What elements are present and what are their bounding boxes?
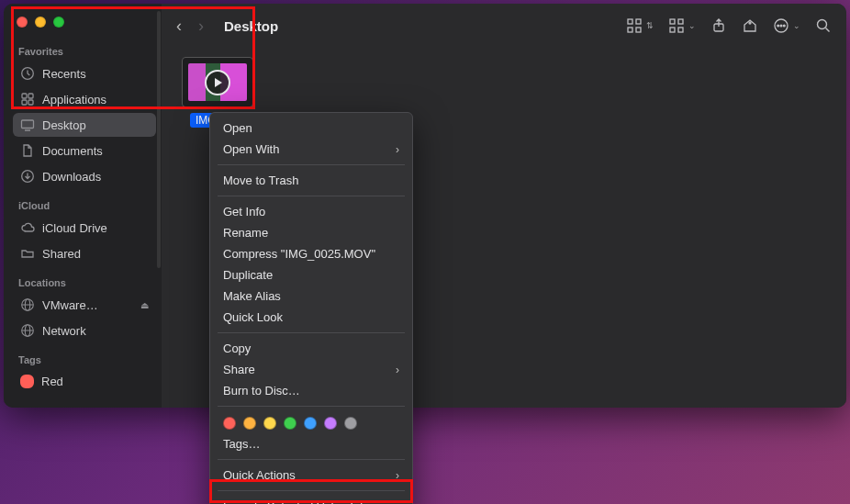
svg-rect-12	[636, 19, 641, 24]
sidebar-item-label: Downloads	[42, 170, 101, 184]
menu-get-info[interactable]: Get Info	[210, 201, 412, 222]
menu-make-alias[interactable]: Make Alias	[210, 286, 412, 307]
forward-button[interactable]: ›	[198, 17, 204, 34]
play-overlay-icon	[205, 70, 230, 95]
sidebar-item-recents[interactable]: Recents	[13, 62, 156, 85]
chevron-right-icon: ›	[396, 469, 399, 482]
menu-separator	[218, 406, 405, 407]
svg-rect-3	[22, 100, 27, 105]
group-by-button[interactable]: ⌄	[668, 17, 696, 34]
sidebar-item-icloud-drive[interactable]: iCloud Drive	[13, 216, 156, 240]
sidebar-scrollbar[interactable]	[157, 11, 161, 268]
svg-point-24	[783, 25, 785, 27]
menu-label: Tags…	[223, 437, 260, 451]
menu-copy[interactable]: Copy	[210, 338, 412, 359]
sidebar-item-vmware[interactable]: VMware… ⏏	[13, 293, 156, 317]
apps-icon	[20, 92, 35, 106]
sidebar-item-desktop[interactable]: Desktop	[13, 113, 156, 137]
tag-color-yellow[interactable]	[263, 417, 276, 430]
context-menu: Open Open With› Move to Trash Get Info R…	[209, 112, 413, 504]
tag-color-blue[interactable]	[304, 417, 317, 430]
menu-label: Copy	[223, 342, 251, 355]
chevron-down-icon: ⌄	[688, 21, 696, 30]
menu-quick-actions[interactable]: Quick Actions›	[210, 465, 412, 486]
menu-compress[interactable]: Compress "IMG_0025.MOV"	[210, 243, 412, 264]
sidebar: Favorites Recents Applications Desktop D…	[4, 4, 162, 408]
chevron-down-icon: ⌄	[793, 21, 800, 30]
menu-label: Make Alias	[223, 289, 281, 303]
finder-window: Favorites Recents Applications Desktop D…	[4, 4, 846, 408]
sidebar-item-label: VMware…	[42, 298, 98, 312]
sidebar-item-label: iCloud Drive	[42, 221, 107, 235]
svg-rect-14	[636, 28, 641, 32]
view-mode-icon-grid[interactable]: ⇅	[626, 17, 654, 34]
menu-label: Rename	[223, 226, 268, 240]
tag-color-purple[interactable]	[324, 417, 337, 430]
sidebar-item-label: Applications	[42, 93, 106, 106]
menu-label: Move to Trash	[223, 174, 298, 187]
menu-label: Compress "IMG_0025.MOV"	[223, 247, 375, 261]
tag-color-gray[interactable]	[344, 417, 357, 430]
menu-share[interactable]: Share›	[210, 359, 412, 380]
sidebar-item-shared[interactable]: Shared	[13, 241, 156, 265]
window-controls	[13, 13, 162, 42]
minimize-window-button[interactable]	[35, 17, 46, 28]
menu-open-with[interactable]: Open With›	[210, 139, 412, 160]
updown-caret-icon: ⇅	[646, 21, 654, 30]
shared-folder-icon	[20, 246, 35, 261]
svg-rect-4	[28, 100, 33, 105]
search-button[interactable]	[815, 17, 832, 34]
menu-label: Duplicate	[223, 268, 273, 282]
svg-rect-1	[22, 94, 27, 98]
menu-tags[interactable]: Tags…	[210, 433, 412, 454]
svg-rect-11	[628, 19, 632, 24]
sidebar-section-favorites: Favorites	[18, 46, 162, 57]
menu-label: Open	[223, 121, 252, 135]
sidebar-item-documents[interactable]: Documents	[13, 139, 156, 162]
tags-button[interactable]	[742, 17, 758, 34]
menu-label: Burn to Disc…	[223, 384, 300, 398]
globe-icon	[20, 297, 35, 312]
sidebar-item-label: Shared	[42, 247, 81, 261]
maximize-window-button[interactable]	[53, 17, 64, 28]
clock-icon	[20, 66, 35, 81]
svg-point-22	[777, 25, 779, 27]
sidebar-section-tags: Tags	[18, 354, 162, 365]
svg-rect-13	[628, 28, 632, 32]
menu-separator	[218, 459, 405, 460]
back-button[interactable]: ‹	[176, 17, 182, 34]
tag-color-red[interactable]	[223, 417, 236, 430]
documents-icon	[20, 143, 35, 158]
menu-quick-look[interactable]: Quick Look	[210, 307, 412, 328]
sidebar-item-red-tag[interactable]: Red	[13, 370, 156, 393]
sidebar-item-downloads[interactable]: Downloads	[13, 164, 156, 188]
menu-move-to-trash[interactable]: Move to Trash	[210, 170, 412, 191]
menu-separator	[218, 332, 405, 333]
menu-label: Quick Look	[223, 310, 283, 324]
svg-rect-17	[670, 28, 675, 32]
svg-rect-5	[22, 120, 34, 129]
close-window-button[interactable]	[17, 17, 28, 28]
menu-duplicate[interactable]: Duplicate	[210, 264, 412, 286]
sidebar-item-label: Red	[41, 375, 63, 388]
sidebar-item-applications[interactable]: Applications	[13, 87, 156, 111]
downloads-icon	[20, 169, 35, 184]
menu-open[interactable]: Open	[210, 118, 412, 139]
sidebar-item-label: Recents	[42, 67, 86, 81]
sidebar-section-icloud: iCloud	[18, 200, 162, 211]
sidebar-item-network[interactable]: Network	[13, 319, 156, 342]
more-actions-button[interactable]: ⌄	[773, 17, 800, 34]
tag-color-orange[interactable]	[243, 417, 256, 430]
globe-icon	[20, 323, 35, 338]
svg-rect-15	[670, 19, 675, 24]
sidebar-item-label: Network	[42, 324, 86, 338]
share-button[interactable]	[710, 17, 727, 34]
tag-red-icon	[20, 375, 34, 388]
menu-label: Open With	[223, 142, 279, 156]
eject-icon[interactable]: ⏏	[140, 300, 149, 310]
svg-point-23	[780, 25, 782, 27]
tag-color-green[interactable]	[284, 417, 296, 430]
menu-encode-selected-video-files[interactable]: Encode Selected Video Files	[210, 496, 412, 504]
menu-rename[interactable]: Rename	[210, 222, 412, 243]
menu-burn-to-disc[interactable]: Burn to Disc…	[210, 380, 412, 401]
